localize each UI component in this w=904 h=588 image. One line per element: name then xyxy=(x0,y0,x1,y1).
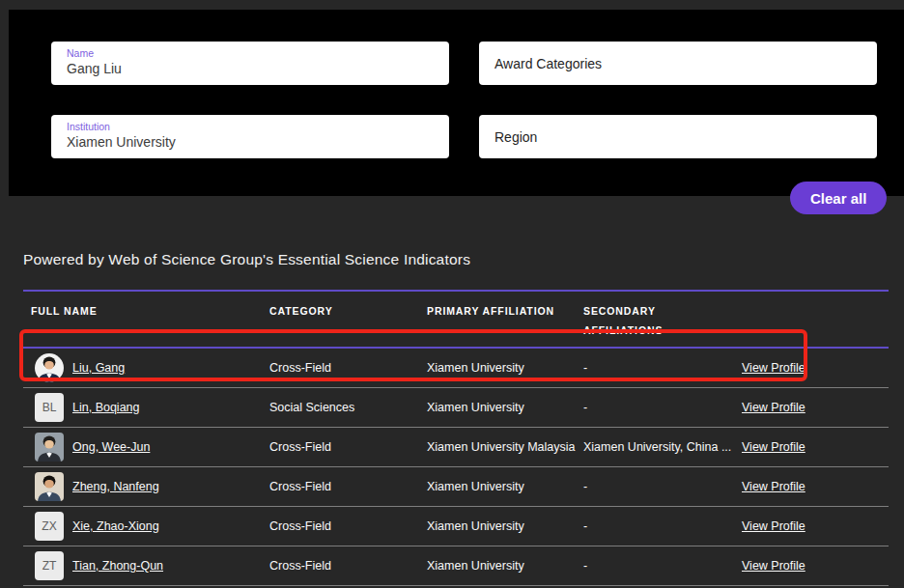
column-header-full-name: FULL NAME xyxy=(23,301,269,340)
region-placeholder: Region xyxy=(494,129,537,145)
institution-field[interactable]: Institution Xiamen University xyxy=(51,115,449,158)
researcher-avatar xyxy=(35,472,64,501)
researcher-avatar xyxy=(35,353,64,382)
table-row[interactable]: ZT Tian, Zhong-Qun Cross-Field Xiamen Un… xyxy=(23,546,889,586)
column-header-actions xyxy=(742,301,889,340)
view-profile-link[interactable]: View Profile xyxy=(742,480,805,493)
researcher-name-link[interactable]: Ong, Wee-Jun xyxy=(72,440,150,454)
category-cell: Cross-Field xyxy=(269,440,427,454)
secondary-affiliations-cell: - xyxy=(583,401,742,414)
secondary-affiliations-cell: - xyxy=(583,361,742,375)
view-profile-link[interactable]: View Profile xyxy=(742,559,805,573)
view-profile-link[interactable]: View Profile xyxy=(742,401,805,414)
view-profile-link[interactable]: View Profile xyxy=(742,519,805,533)
highly-cited-researchers-page: Name Gang Liu Award Categories Instituti… xyxy=(0,0,904,588)
institution-field-label: Institution xyxy=(51,115,449,132)
table-row[interactable]: ZX Xie, Zhao-Xiong Cross-Field Xiamen Un… xyxy=(23,507,889,546)
view-profile-link[interactable]: View Profile xyxy=(742,440,805,454)
clear-all-button[interactable]: Clear all xyxy=(790,182,887,214)
table-row[interactable]: Zheng, Nanfeng Cross-Field Xiamen Univer… xyxy=(23,467,889,507)
table-header-row: FULL NAME CATEGORY PRIMARY AFFILIATION S… xyxy=(23,290,889,349)
researcher-avatar: ZX xyxy=(35,512,64,541)
award-categories-placeholder: Award Categories xyxy=(494,56,602,71)
primary-affiliation-cell: Xiamen University xyxy=(427,480,583,493)
category-cell: Cross-Field xyxy=(269,361,427,375)
table-row[interactable]: Liu, Gang Cross-Field Xiamen University … xyxy=(23,349,889,388)
column-header-category: CATEGORY xyxy=(269,301,427,340)
researcher-name-link[interactable]: Zheng, Nanfeng xyxy=(72,480,159,493)
name-field-value: Gang Liu xyxy=(51,59,449,77)
secondary-affiliations-cell: Xiamen University, China ... xyxy=(583,440,742,454)
secondary-affiliations-cell: - xyxy=(583,480,742,493)
researcher-avatar: BL xyxy=(35,393,64,422)
secondary-affiliations-cell: - xyxy=(583,519,742,533)
table-row[interactable]: Ong, Wee-Jun Cross-Field Xiamen Universi… xyxy=(23,428,889,467)
table-row[interactable]: BL Lin, Boqiang Social Sciences Xiamen U… xyxy=(23,388,889,428)
category-cell: Cross-Field xyxy=(269,519,427,533)
researcher-name-link[interactable]: Liu, Gang xyxy=(72,361,125,375)
secondary-affiliations-cell: - xyxy=(583,559,742,573)
name-field[interactable]: Name Gang Liu xyxy=(51,42,449,85)
researcher-name-link[interactable]: Lin, Boqiang xyxy=(72,401,140,414)
researcher-avatar xyxy=(35,433,64,462)
researcher-avatar: ZT xyxy=(35,551,64,580)
primary-affiliation-cell: Xiamen University xyxy=(427,401,583,414)
researcher-name-link[interactable]: Xie, Zhao-Xiong xyxy=(72,519,159,533)
institution-field-value: Xiamen University xyxy=(51,132,449,151)
category-cell: Cross-Field xyxy=(269,480,427,493)
search-filter-panel: Name Gang Liu Award Categories Instituti… xyxy=(9,10,904,196)
column-header-primary-affiliation: PRIMARY AFFILIATION xyxy=(427,301,583,340)
column-header-secondary-affiliations: SECONDARY AFFILIATIONS xyxy=(583,301,742,340)
researcher-name-link[interactable]: Tian, Zhong-Qun xyxy=(72,559,163,573)
category-cell: Social Sciences xyxy=(269,401,427,414)
award-categories-field[interactable]: Award Categories xyxy=(479,42,877,85)
powered-by-text: Powered by Web of Science Group's Essent… xyxy=(23,251,470,268)
name-field-label: Name xyxy=(51,42,449,59)
category-cell: Cross-Field xyxy=(269,559,427,573)
region-field[interactable]: Region xyxy=(479,115,877,158)
results-table: FULL NAME CATEGORY PRIMARY AFFILIATION S… xyxy=(23,290,889,586)
primary-affiliation-cell: Xiamen University xyxy=(427,559,583,573)
primary-affiliation-cell: Xiamen University xyxy=(427,519,583,533)
table-body: Liu, Gang Cross-Field Xiamen University … xyxy=(23,349,889,586)
primary-affiliation-cell: Xiamen University xyxy=(427,361,583,375)
view-profile-link[interactable]: View Profile xyxy=(742,361,805,375)
primary-affiliation-cell: Xiamen University Malaysia xyxy=(427,440,583,454)
